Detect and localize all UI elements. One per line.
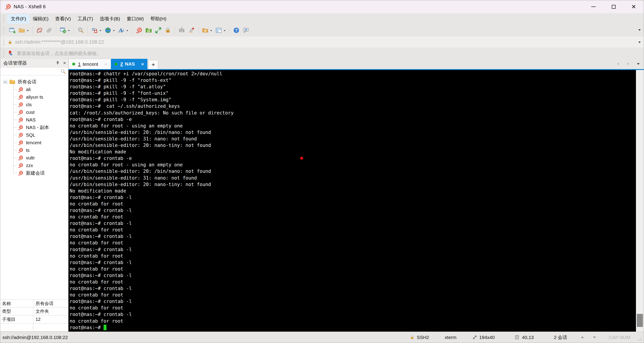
status--term: xterm: [445, 335, 456, 340]
tab-list-icon[interactable]: [636, 62, 640, 66]
help-button[interactable]: ?: [232, 26, 241, 35]
tab-NAS[interactable]: 2NAS×: [111, 59, 148, 69]
open-folder-button[interactable]: [17, 26, 30, 35]
tab-scroll-right-icon[interactable]: [626, 62, 630, 66]
terminal-column: 1tencent×2NAS×+ root@nas:~# chattr +i /v…: [68, 59, 644, 332]
maximize-button[interactable]: [604, 0, 624, 13]
session-item-zzx[interactable]: zzx: [0, 162, 68, 169]
web-browser-icon: [104, 27, 112, 34]
lock-screen-button[interactable]: [163, 26, 173, 35]
virtual-keyboard-button[interactable]: [177, 26, 186, 35]
terminal-line: root@nas:~# cat ~/.ssh/authorized_keys: [70, 103, 636, 110]
search-icon[interactable]: [60, 69, 66, 74]
session-manager-title: 会话管理器: [3, 60, 27, 66]
terminal-line: root@nas:~# crontab -l: [70, 233, 636, 240]
dropdown-arrow-icon[interactable]: [210, 29, 212, 31]
menu-item[interactable]: 编辑(E): [30, 14, 52, 23]
new-layout-button[interactable]: [90, 26, 103, 35]
dropdown-arrow-icon[interactable]: [26, 29, 29, 31]
dropdown-arrow-icon[interactable]: [68, 29, 70, 31]
find-button[interactable]: [76, 26, 86, 35]
session-item-tencent[interactable]: tencent: [0, 139, 68, 146]
split-layout-button[interactable]: [214, 26, 227, 35]
statusbar: ssh://admin@192.168.0.108:22 SSH2xterm19…: [0, 332, 644, 343]
split-layout-icon: [215, 27, 222, 34]
toolbar-gripper[interactable]: [3, 26, 4, 34]
menubar-gripper[interactable]: [3, 15, 4, 22]
pin-icon[interactable]: [56, 61, 60, 65]
session-label: NAS: [26, 117, 36, 122]
status-scroll-up-icon[interactable]: [580, 335, 587, 340]
reconnect-button[interactable]: [44, 26, 54, 35]
xshell-window: NAS - Xshell 6 ✕ 文件(F)编辑(E)查看(V)工具(T)选项卡…: [0, 0, 644, 343]
font-button[interactable]: A: [116, 26, 130, 35]
menu-item[interactable]: 窗口(W): [124, 14, 147, 23]
session-properties-table: 名称所有会话类型文件夹子项目12: [0, 299, 68, 332]
session-item-SQL[interactable]: SQL: [0, 131, 68, 139]
menu-item[interactable]: 文件(F): [8, 14, 30, 23]
new-folder-button[interactable]: [200, 26, 214, 35]
session-snail-icon: [18, 86, 24, 92]
menu-item[interactable]: 查看(V): [52, 14, 74, 23]
disconnect-button[interactable]: [35, 26, 44, 35]
fullscreen-button[interactable]: [154, 26, 163, 35]
terminal-line: root@nas:~# crontab -l: [70, 220, 636, 227]
session-item-aliyun ts[interactable]: aliyun ts: [0, 93, 68, 101]
menu-item[interactable]: 帮助(H): [147, 14, 170, 23]
terminal-line: root@nas:~# crontab -l: [70, 246, 636, 253]
xshell-snail-button[interactable]: [134, 26, 144, 35]
terminal-line: No modification made: [70, 149, 636, 155]
session-properties-button[interactable]: [58, 26, 72, 35]
svg-text:A: A: [118, 27, 123, 34]
new-session-button[interactable]: [8, 26, 17, 35]
terminal-line: /usr/bin/sensible-editor: 31: nano: not …: [70, 136, 636, 142]
tab-close-icon[interactable]: ×: [141, 62, 144, 66]
session-item-cls[interactable]: cls: [0, 101, 68, 108]
dropdown-arrow-icon[interactable]: [99, 29, 102, 31]
close-button[interactable]: ✕: [624, 0, 644, 13]
terminal-line: root@nas:~# crontab -e: [70, 116, 636, 123]
terminal-output[interactable]: root@nas:~# chattr +i /var/spool/cron/ro…: [68, 70, 636, 332]
infobar-gripper[interactable]: [3, 50, 4, 57]
session-item-NAS[interactable]: NAS: [0, 116, 68, 124]
address-url[interactable]: ssh://admin:**********@192.168.0.108:22: [15, 39, 104, 45]
terminal-line: no crontab for root: [70, 240, 636, 246]
status-scroll-down-icon[interactable]: [592, 335, 599, 340]
addressbar-gripper[interactable]: [3, 38, 4, 46]
session-item-ali[interactable]: ali: [0, 86, 68, 93]
tab-close-icon[interactable]: ×: [104, 62, 107, 66]
tab-scroll-left-icon[interactable]: [616, 62, 620, 66]
toolbar-overflow-icon[interactable]: [638, 28, 641, 31]
minimize-button[interactable]: [584, 0, 604, 13]
dropdown-arrow-icon[interactable]: [126, 29, 128, 31]
feedback-button[interactable]: [241, 26, 251, 35]
session-manager-header: 会话管理器 ×: [0, 59, 68, 67]
dropdown-arrow-icon[interactable]: [112, 29, 115, 31]
session-label: vultr: [26, 155, 35, 161]
session-item-ts[interactable]: ts: [0, 146, 68, 154]
find-icon: [77, 27, 84, 34]
session-item-vultr[interactable]: vultr: [0, 154, 68, 162]
terminal-scrollbar[interactable]: [636, 70, 644, 332]
chevron-down-icon[interactable]: [638, 41, 641, 44]
tree-root-all-sessions[interactable]: 所有会话: [0, 78, 68, 86]
session-item-新建会话[interactable]: 新建会话: [0, 169, 68, 177]
web-browser-button[interactable]: [103, 26, 116, 35]
session-item-cust[interactable]: cust: [0, 108, 68, 116]
terminal-line: no crontab for root: [70, 201, 636, 207]
session-search-input[interactable]: [0, 67, 68, 75]
scrollbar-thumb[interactable]: [637, 314, 643, 327]
resize-grip-icon[interactable]: [638, 337, 642, 341]
dropdown-arrow-icon[interactable]: [223, 29, 226, 31]
terminal-line: no crontab for root - using an empty one: [70, 123, 636, 129]
xftp-button[interactable]: [144, 26, 154, 35]
session-item-NAS - 副本[interactable]: NAS - 副本: [0, 124, 68, 131]
menu-item[interactable]: 工具(T): [74, 14, 96, 23]
panel-close-icon[interactable]: ×: [63, 61, 66, 65]
highlight-pen-button[interactable]: [186, 26, 196, 35]
collapse-icon[interactable]: [3, 80, 7, 84]
tab-tencent[interactable]: 1tencent×: [68, 59, 111, 69]
session-label: NAS - 副本: [26, 124, 49, 131]
menu-item[interactable]: 选项卡(B): [96, 14, 124, 23]
new-tab-button[interactable]: +: [148, 60, 158, 69]
